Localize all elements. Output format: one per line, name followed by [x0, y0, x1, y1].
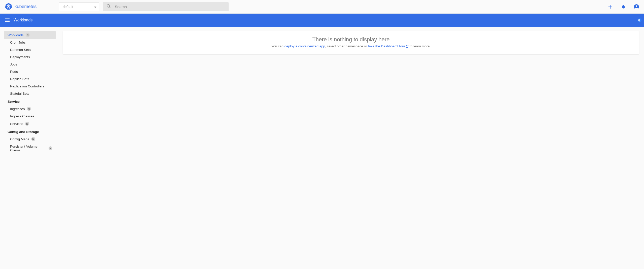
sidebar-item-label: Daemon Sets [10, 48, 31, 52]
svg-line-11 [110, 7, 111, 8]
sidebar-section-service: Service [0, 97, 56, 105]
sidebar-item-config-maps[interactable]: Config Maps N [0, 135, 56, 143]
sidebar-item-jobs[interactable]: Jobs [0, 61, 56, 68]
empty-state-card: There is nothing to display here You can… [63, 31, 639, 54]
sidebar-item-services[interactable]: Services N [0, 120, 56, 127]
sidebar-item-workloads[interactable]: Workloads N [4, 31, 56, 39]
search-input[interactable] [115, 5, 225, 9]
svg-point-15 [636, 5, 637, 7]
sidebar-item-pvc[interactable]: Persistent Volume Claims N [0, 143, 56, 154]
top-bar: kubernetes default [0, 0, 644, 14]
sidebar: Workloads N Cron Jobs Daemon Sets Deploy… [0, 27, 58, 269]
sidebar-item-label: Jobs [10, 62, 17, 66]
namespace-badge: N [26, 33, 30, 37]
sidebar-item-replication-controllers[interactable]: Replication Controllers [0, 83, 56, 90]
kubernetes-logo-icon [5, 3, 12, 11]
sidebar-item-deployments[interactable]: Deployments [0, 53, 56, 61]
sidebar-item-cron-jobs[interactable]: Cron Jobs [0, 39, 56, 46]
sidebar-item-label: Pods [10, 70, 18, 74]
topbar-actions [607, 4, 639, 10]
sidebar-section-config: Config and Storage [0, 127, 56, 135]
main-layout: Workloads N Cron Jobs Daemon Sets Deploy… [0, 27, 644, 269]
sidebar-item-stateful-sets[interactable]: Stateful Sets [0, 90, 56, 97]
menu-icon[interactable] [5, 17, 10, 23]
namespace-value: default [63, 5, 73, 9]
search-icon [106, 4, 111, 10]
sidebar-item-label: Replication Controllers [10, 84, 44, 88]
external-link-icon [406, 45, 409, 49]
sidebar-item-label: Replica Sets [10, 77, 29, 81]
search-box[interactable] [103, 2, 229, 11]
sidebar-item-label: Stateful Sets [10, 92, 29, 95]
sidebar-item-ingress-classes[interactable]: Ingress Classes [0, 113, 56, 120]
svg-point-10 [107, 5, 110, 7]
namespace-badge: N [25, 122, 29, 126]
chevron-down-icon [94, 5, 96, 9]
empty-text: , select other namespace or [325, 44, 368, 48]
sidebar-item-label: Deployments [10, 55, 30, 59]
sidebar-item-label: Ingresses [10, 107, 25, 111]
empty-state-subtitle: You can deploy a containerized app, sele… [69, 44, 633, 49]
sidebar-item-ingresses[interactable]: Ingresses N [0, 105, 56, 113]
breadcrumb-bar: Workloads [0, 14, 644, 27]
create-button[interactable] [607, 4, 613, 10]
empty-text: You can [271, 44, 284, 48]
brand[interactable]: kubernetes [5, 3, 55, 11]
sidebar-item-label: Config Maps [10, 137, 29, 141]
sidebar-item-label: Ingress Classes [10, 114, 34, 118]
sidebar-item-label: Persistent Volume Claims [10, 145, 47, 152]
breadcrumb-title: Workloads [14, 18, 32, 22]
empty-text: to learn more. [409, 44, 431, 48]
dashboard-tour-link[interactable]: take the Dashboard Tour [368, 44, 409, 48]
sidebar-item-label: Workloads [8, 33, 24, 37]
account-icon[interactable] [633, 4, 639, 10]
namespace-select[interactable]: default [59, 2, 99, 11]
sidebar-item-label: Cron Jobs [10, 41, 26, 44]
brand-text: kubernetes [15, 4, 37, 9]
sidebar-item-replica-sets[interactable]: Replica Sets [0, 75, 56, 83]
namespace-badge: N [31, 137, 35, 141]
namespace-badge: N [27, 107, 31, 111]
deploy-app-link[interactable]: deploy a containerized app [284, 44, 325, 48]
link-text: take the Dashboard Tour [368, 44, 405, 48]
namespace-badge: N [49, 146, 52, 150]
theme-toggle-icon[interactable] [637, 17, 642, 23]
sidebar-item-pods[interactable]: Pods [0, 68, 56, 75]
content-area: There is nothing to display here You can… [58, 27, 644, 269]
svg-point-9 [8, 6, 9, 7]
notifications-icon[interactable] [620, 4, 626, 10]
empty-state-title: There is nothing to display here [69, 36, 633, 43]
sidebar-item-label: Services [10, 122, 23, 126]
sidebar-item-daemon-sets[interactable]: Daemon Sets [0, 46, 56, 53]
